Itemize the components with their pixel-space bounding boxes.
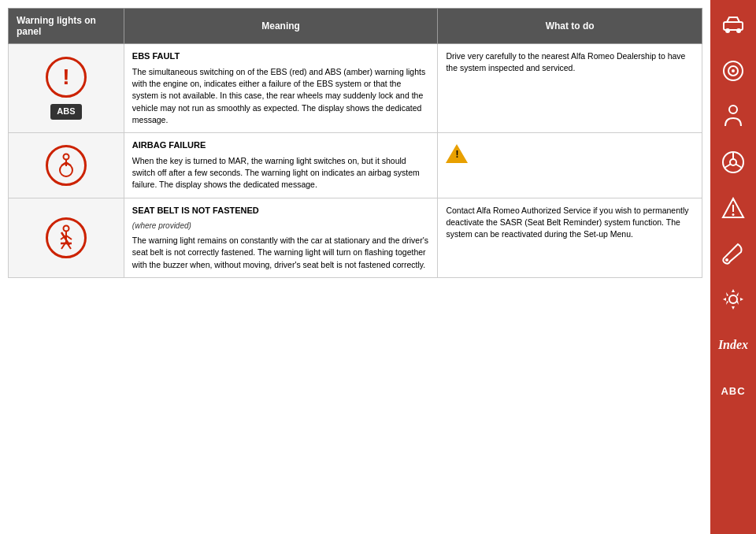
right-sidebar: Index ABC (710, 0, 756, 534)
sidebar-icon-wrench[interactable] (717, 238, 749, 269)
svg-point-5 (63, 225, 69, 231)
sidebar-icon-steering[interactable] (717, 146, 749, 178)
action-cell-airbag (438, 133, 702, 198)
sidebar-icon-warning[interactable] (717, 192, 749, 224)
sidebar-icon-car[interactable] (717, 9, 749, 41)
col-header-meaning: Meaning (124, 9, 438, 44)
icon-wrapper-ebs: ! ABS (17, 57, 116, 120)
action-text-ebs: Drive very carefully to the nearest Alfa… (446, 50, 694, 74)
sidebar-icon-dashboard[interactable] (717, 55, 749, 87)
svg-point-21 (730, 159, 736, 165)
sidebar-icon-abc[interactable]: ABC (717, 375, 749, 406)
section-subtitle-seatbelt: (where provided) (132, 221, 430, 232)
svg-point-18 (732, 69, 735, 72)
svg-point-28 (729, 295, 737, 303)
sidebar-icon-gear[interactable] (717, 284, 749, 315)
icon-cell-seatbelt (9, 198, 124, 277)
action-text-seatbelt: Contact Alfa Romeo Authorized Service if… (446, 205, 694, 241)
svg-point-14 (725, 28, 730, 33)
sidebar-abc-label: ABC (721, 385, 745, 397)
meaning-text-ebs: The simultaneous switching on of the EBS… (132, 66, 430, 126)
svg-point-15 (736, 28, 741, 33)
meaning-cell-seatbelt: SEAT BELT IS NOT FASTENED (where provide… (124, 198, 438, 277)
action-cell-seatbelt: Contact Alfa Romeo Authorized Service if… (438, 198, 702, 277)
table-row: SEAT BELT IS NOT FASTENED (where provide… (9, 198, 702, 277)
svg-point-0 (63, 154, 69, 159)
icon-cell-ebs: ! ABS (9, 44, 124, 133)
table-row: ! ABS EBS FAULT The simultaneous switchi… (9, 44, 702, 133)
svg-line-12 (66, 235, 72, 239)
svg-point-27 (725, 258, 728, 261)
seatbelt-icon (46, 217, 87, 258)
icon-cell-airbag (9, 133, 124, 198)
meaning-cell-ebs: EBS FAULT The simultaneous switching on … (124, 44, 438, 133)
svg-point-19 (729, 106, 737, 113)
section-title-seatbelt: SEAT BELT IS NOT FASTENED (132, 205, 430, 217)
svg-line-23 (724, 165, 731, 169)
section-title-ebs: EBS FAULT (132, 50, 430, 63)
sidebar-icon-index[interactable]: Index (717, 329, 749, 361)
airbag-icon (46, 145, 87, 186)
icon-wrapper-airbag (17, 145, 116, 186)
svg-line-24 (736, 165, 743, 169)
sidebar-icon-person[interactable] (717, 101, 749, 132)
svg-point-26 (732, 213, 735, 216)
meaning-cell-airbag: AIRBAG FAILURE When the key is turned to… (124, 133, 438, 198)
col-header-action: What to do (438, 9, 702, 44)
col-header-lights: Warning lights on panel (9, 9, 124, 44)
warning-table: Warning lights on panel Meaning What to … (8, 8, 702, 278)
meaning-text-seatbelt: The warning light remains on constantly … (132, 235, 430, 271)
warning-triangle-icon (446, 144, 468, 163)
action-cell-ebs: Drive very carefully to the nearest Alfa… (438, 44, 702, 133)
meaning-text-airbag: When the key is turned to MAR, the warni… (132, 155, 430, 191)
main-content: Warning lights on panel Meaning What to … (0, 0, 710, 534)
section-title-airbag: AIRBAG FAILURE (132, 139, 430, 152)
abs-icon: ABS (50, 104, 81, 120)
exclamation-icon: ! (46, 57, 87, 98)
action-icon-row (446, 144, 694, 163)
table-row: AIRBAG FAILURE When the key is turned to… (9, 133, 702, 198)
sidebar-index-label: Index (718, 338, 748, 352)
icon-wrapper-seatbelt (17, 217, 116, 258)
